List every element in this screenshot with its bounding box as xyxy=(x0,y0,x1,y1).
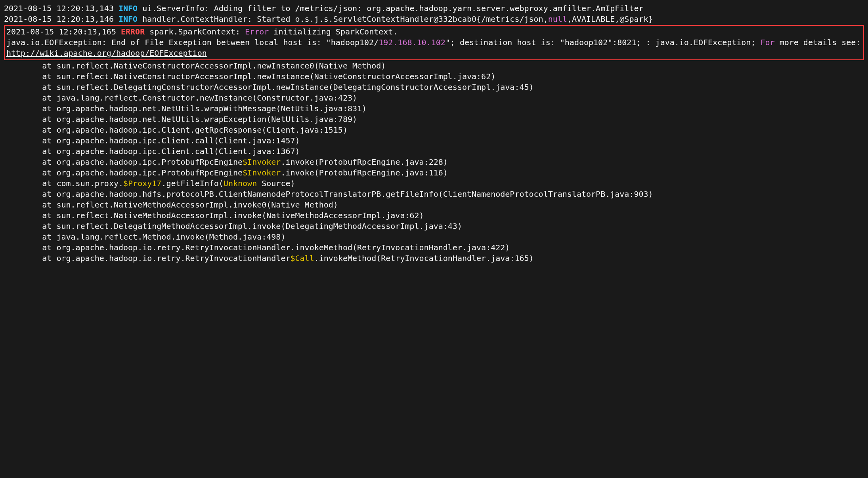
null-token: null xyxy=(548,14,567,24)
unknown-source: Unknown xyxy=(224,179,257,188)
stack-line: at sun.reflect.DelegatingMethodAccessorI… xyxy=(4,221,462,231)
log-line: 2021-08-15 12:20:13,143 INFO ui.ServerIn… xyxy=(4,4,644,13)
log-line: 2021-08-15 12:20:13,146 INFO handler.Con… xyxy=(4,14,653,24)
stack-line: at org.apache.hadoop.ipc.Client.call(Cli… xyxy=(4,136,300,145)
log-output: 2021-08-15 12:20:13,143 INFO ui.ServerIn… xyxy=(0,0,868,267)
stack-line: at sun.reflect.NativeConstructorAccessor… xyxy=(4,72,495,81)
stack-line: at com.sun.proxy.$Proxy17.getFileInfo(Un… xyxy=(4,179,295,188)
error-token: Error xyxy=(245,27,269,36)
stack-line: at org.apache.hadoop.hdfs.protocolPB.Cli… xyxy=(4,189,653,199)
stack-line: at org.apache.hadoop.ipc.ProtobufRpcEngi… xyxy=(4,168,448,177)
level-error: ERROR xyxy=(121,27,145,36)
stack-line: at java.lang.reflect.Method.invoke(Metho… xyxy=(4,232,285,242)
stack-line: at sun.reflect.NativeMethodAccessorImpl.… xyxy=(4,200,338,209)
stack-line: at org.apache.hadoop.io.retry.RetryInvoc… xyxy=(4,253,534,263)
stack-line: at org.apache.hadoop.ipc.Client.getRpcRe… xyxy=(4,125,348,135)
level-info: INFO xyxy=(119,4,138,13)
stack-line: at org.apache.hadoop.io.retry.RetryInvoc… xyxy=(4,243,510,252)
inner-class: $Invoker xyxy=(243,168,281,177)
hadoop-wiki-link[interactable]: http://wiki.apache.org/hadoop/EOFExcepti… xyxy=(6,48,207,58)
stack-line: at sun.reflect.NativeConstructorAccessor… xyxy=(4,61,386,70)
stack-line: at java.lang.reflect.Constructor.newInst… xyxy=(4,93,357,103)
stack-line: at sun.reflect.NativeMethodAccessorImpl.… xyxy=(4,211,424,220)
proxy-class: $Proxy17 xyxy=(123,179,161,188)
level-info: INFO xyxy=(119,14,138,24)
inner-class: $Invoker xyxy=(243,157,281,167)
stack-line: at org.apache.hadoop.ipc.Client.call(Cli… xyxy=(4,147,300,156)
inner-class: $Call xyxy=(290,253,314,263)
stack-line: at org.apache.hadoop.ipc.ProtobufRpcEngi… xyxy=(4,157,448,167)
stack-line: at org.apache.hadoop.net.NetUtils.wrapWi… xyxy=(4,104,367,113)
error-highlight: 2021-08-15 12:20:13,165 ERROR spark.Spar… xyxy=(4,25,864,60)
stack-line: at org.apache.hadoop.net.NetUtils.wrapEx… xyxy=(4,114,357,124)
stack-line: at sun.reflect.DelegatingConstructorAcce… xyxy=(4,82,534,92)
ip-address: 192.168.10.102 xyxy=(379,38,445,47)
keyword-for: For xyxy=(761,38,775,47)
